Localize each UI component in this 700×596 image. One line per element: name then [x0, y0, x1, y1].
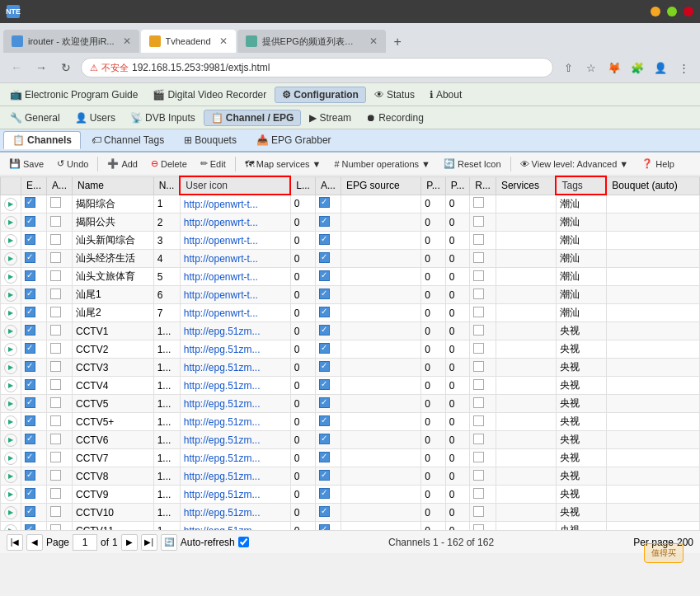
refresh-button[interactable]: 🔄: [161, 534, 177, 551]
nav-epg[interactable]: 📺 Electronic Program Guide: [3, 87, 144, 102]
play-cell[interactable]: ▶: [1, 304, 21, 322]
a-checkbox[interactable]: [50, 415, 61, 426]
a2-checkbox[interactable]: [319, 216, 330, 227]
play-cell[interactable]: ▶: [1, 195, 21, 214]
profile-icon[interactable]: 👤: [651, 58, 670, 77]
play-cell[interactable]: ▶: [1, 467, 21, 486]
play-button[interactable]: ▶: [4, 325, 17, 338]
nav-dvb[interactable]: 📡 DVB Inputs: [124, 110, 202, 125]
play-cell[interactable]: ▶: [1, 431, 21, 449]
a2-checkbox[interactable]: [319, 270, 330, 281]
r-checkbox[interactable]: [473, 270, 484, 281]
a-checkbox[interactable]: [50, 379, 61, 390]
a2-checkbox[interactable]: [319, 379, 330, 390]
icon-link[interactable]: http://epg.51zm...: [184, 507, 261, 519]
nav-config[interactable]: ⚙ Configuration: [275, 87, 366, 103]
a2-checkbox[interactable]: [319, 361, 330, 372]
r-checkbox[interactable]: [473, 252, 484, 263]
e-checkbox[interactable]: [25, 452, 35, 462]
a2-checkbox[interactable]: [319, 234, 330, 245]
r-checkbox[interactable]: [473, 234, 484, 245]
back-button[interactable]: ←: [7, 58, 26, 77]
a-checkbox[interactable]: [50, 434, 61, 444]
a-checkbox[interactable]: [50, 397, 61, 408]
nav-users[interactable]: 👤 Users: [68, 110, 122, 125]
play-cell[interactable]: ▶: [1, 250, 21, 268]
a2-checkbox[interactable]: [319, 343, 330, 354]
tab-irouter[interactable]: irouter - 欢迎使用iR... ✕: [3, 30, 139, 53]
r-checkbox[interactable]: [473, 415, 484, 426]
e-checkbox[interactable]: [25, 524, 35, 531]
col-n[interactable]: N...: [153, 176, 180, 195]
puzzle-icon[interactable]: 🧩: [627, 58, 647, 77]
a2-checkbox[interactable]: [319, 252, 330, 263]
close-button[interactable]: [684, 7, 693, 16]
a2-checkbox[interactable]: [319, 307, 330, 317]
bookmark-icon[interactable]: ☆: [581, 58, 601, 77]
icon-link[interactable]: http://epg.51zm...: [184, 471, 261, 482]
reset-icon-button[interactable]: 🔄 Reset Icon: [438, 156, 507, 171]
nav-about[interactable]: ℹ About: [423, 87, 468, 102]
play-cell[interactable]: ▶: [1, 286, 21, 304]
reload-button[interactable]: ↻: [56, 58, 76, 77]
e-checkbox[interactable]: [25, 361, 35, 372]
icon-link[interactable]: http://epg.51zm...: [184, 398, 261, 410]
a-checkbox[interactable]: [50, 307, 61, 317]
col-bouquet[interactable]: Bouquet (auto): [606, 176, 699, 195]
a-checkbox[interactable]: [50, 289, 61, 299]
tab-close-epg[interactable]: ✕: [369, 35, 378, 47]
play-cell[interactable]: ▶: [1, 214, 21, 232]
play-button[interactable]: ▶: [4, 379, 17, 392]
next-page-button[interactable]: ▶: [121, 534, 138, 551]
auto-refresh-checkbox[interactable]: [238, 537, 249, 547]
col-play[interactable]: [1, 176, 21, 195]
help-button[interactable]: ❓ Help: [636, 156, 680, 171]
e-checkbox[interactable]: [25, 506, 35, 517]
e-checkbox[interactable]: [25, 216, 35, 227]
r-checkbox[interactable]: [473, 379, 484, 390]
r-checkbox[interactable]: [473, 506, 484, 517]
icon-link[interactable]: http://epg.51zm...: [184, 380, 261, 392]
icon-link[interactable]: http://epg.51zm...: [184, 416, 261, 428]
a-checkbox[interactable]: [50, 197, 61, 208]
tab-epg[interactable]: 提供EPG的频道列表，实时... ✕: [237, 30, 386, 53]
play-cell[interactable]: ▶: [1, 232, 21, 250]
tab-channels[interactable]: 📋 Channels: [3, 131, 81, 149]
new-tab-button[interactable]: +: [388, 31, 408, 53]
play-button[interactable]: ▶: [4, 415, 17, 429]
address-input[interactable]: ⚠ 不安全 192.168.15.253:9981/extjs.html: [81, 58, 553, 77]
col-services[interactable]: Services: [496, 176, 556, 195]
play-cell[interactable]: ▶: [1, 340, 21, 359]
play-button[interactable]: ▶: [4, 252, 17, 265]
a2-checkbox[interactable]: [319, 434, 330, 444]
a2-checkbox[interactable]: [319, 397, 330, 408]
delete-button[interactable]: ⊖ Delete: [145, 156, 193, 171]
minimize-button[interactable]: [651, 7, 660, 16]
play-button[interactable]: ▶: [4, 506, 17, 519]
number-ops-button[interactable]: # Number operations ▼: [328, 157, 436, 171]
e-checkbox[interactable]: [25, 415, 35, 426]
col-tags[interactable]: Tags: [556, 176, 606, 195]
tab-bouquets[interactable]: ⊞ Bouquets: [175, 131, 246, 149]
play-button[interactable]: ▶: [4, 470, 17, 483]
e-checkbox[interactable]: [25, 252, 35, 263]
col-p1[interactable]: P...: [421, 176, 445, 195]
col-e[interactable]: E...: [21, 176, 47, 195]
tab-close-tvh[interactable]: ✕: [219, 35, 228, 47]
edit-button[interactable]: ✏ Edit: [195, 156, 232, 171]
a-checkbox[interactable]: [50, 452, 61, 462]
e-checkbox[interactable]: [25, 197, 35, 208]
e-checkbox[interactable]: [25, 343, 35, 354]
nav-recording[interactable]: ⏺ Recording: [359, 110, 430, 125]
e-checkbox[interactable]: [25, 434, 35, 444]
a2-checkbox[interactable]: [319, 524, 330, 531]
r-checkbox[interactable]: [473, 434, 484, 444]
play-button[interactable]: ▶: [4, 434, 17, 447]
tab-epg-grabber[interactable]: 📥 EPG Grabber: [247, 131, 341, 149]
col-a[interactable]: A...: [47, 176, 73, 195]
icon-link[interactable]: http://epg.51zm...: [184, 525, 261, 531]
a-checkbox[interactable]: [50, 234, 61, 245]
e-checkbox[interactable]: [25, 325, 35, 336]
prev-page-button[interactable]: ◀: [26, 534, 43, 551]
icon-link[interactable]: http://epg.51zm...: [184, 344, 261, 355]
